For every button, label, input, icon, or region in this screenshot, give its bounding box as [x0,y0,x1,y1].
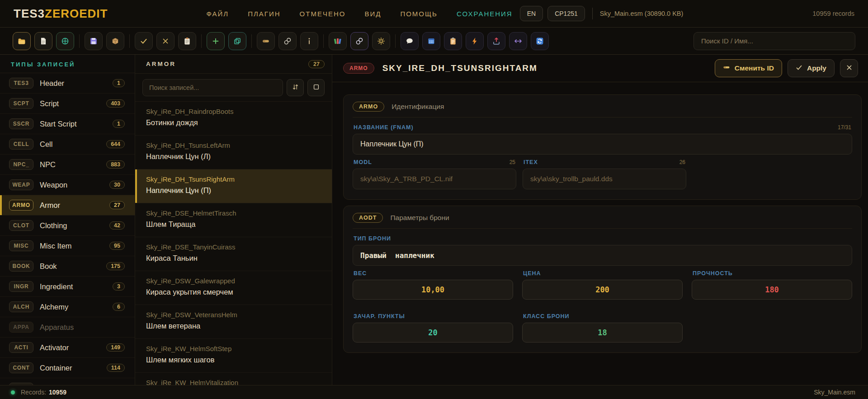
record-name: Наплечник Цун (П) [146,186,325,195]
info-button[interactable] [300,32,318,50]
record-list-item[interactable]: Sky_iRe_DSE_TanyinCuirassКираса Таньин [135,237,332,271]
record-name: Шлем мягких шагов [146,356,325,364]
title-bar: TES3ZEROEDIT ФАЙЛПЛАГИНОТМЕЧЕНОВИДПОМОЩЬ… [0,0,868,28]
calendar-button[interactable] [422,32,440,50]
sidebar-item-activator[interactable]: ACTIActivator149 [0,338,135,358]
cancel-x-icon [161,37,170,45]
health-input[interactable]: 180 [692,280,852,300]
close-button[interactable] [840,59,858,77]
sidebar-item-script[interactable]: SCPTScript403 [0,94,135,114]
bolt-button[interactable] [466,32,484,50]
sidebar-item-alchemy[interactable]: ALCHAlchemy6 [0,297,135,317]
armor-type-input[interactable]: Правый наплечник [353,245,852,266]
cancel-x-button[interactable] [156,32,175,50]
record-list-item[interactable]: Sky_iRe_DSW_GalewrappedКираса укрытия см… [135,271,332,305]
record-type-count: 1 [113,120,125,128]
notes-button[interactable] [444,32,462,50]
enchant-points-input[interactable]: 20 [353,323,513,343]
record-search-input[interactable] [142,79,283,96]
record-type-code-badge: TES3 [9,78,33,89]
open-folder-button[interactable] [13,32,31,50]
record-name: Кираса укрытия смерчем [146,288,325,296]
save-icon [90,37,98,45]
sidebar-item-weapon[interactable]: WEAPWeapon30 [0,175,135,195]
record-list-item[interactable]: Sky_iRe_DSE_HelmetTiraschШлем Тираща [135,203,332,237]
armor-class-input[interactable]: 18 [522,323,683,343]
apply-button[interactable]: Apply [788,59,835,77]
enchant-points-label: ЗАЧАР. ПУНКТЫ [354,313,405,319]
record-list-item[interactable]: Sky_iRe_DSW_VeteransHelmШлем ветерана [135,305,332,339]
sidebar-item-clothing[interactable]: CLOTClothing42 [0,216,135,236]
record-type-code-badge: ALCH [9,301,33,312]
sidebar-item-armor[interactable]: ARMOArmor27 [0,195,135,216]
sidebar-item-cell[interactable]: CELLCell644 [0,134,135,155]
record-name: Кираса Таньин [146,254,325,263]
gear-button[interactable] [372,32,390,50]
chain-button[interactable] [350,32,368,50]
record-type-code-badge: CELL [9,139,33,150]
clipboard-button[interactable] [178,32,196,50]
record-type-count: 42 [109,221,125,230]
global-search-input[interactable] [693,32,855,50]
view-mode-button[interactable] [307,79,325,96]
sidebar-item-book[interactable]: BOOKBook175 [0,256,135,277]
save-button[interactable] [85,32,103,50]
change-id-button[interactable]: Сменить ID [715,59,782,77]
capsule-button[interactable] [257,32,275,50]
add-plus-icon [212,37,220,45]
record-type-label: Weapon [40,181,103,189]
menu-item-saves[interactable]: СОХРАНЕНИЯ [457,10,513,18]
record-type-label: NPC [40,160,100,169]
language-button[interactable]: EN [520,6,543,21]
record-list-item[interactable]: Sky_iRe_KW_HelmVitalization [135,373,332,385]
menu-item-plugin[interactable]: ПЛАГИН [248,10,280,18]
new-file-button[interactable] [34,32,52,50]
record-type-code-badge: SCPT [9,98,33,109]
swap-button[interactable] [509,32,527,50]
itex-label: ITEX [524,159,538,165]
books-button[interactable] [329,32,347,50]
codepage-button[interactable]: CP1251 [547,6,585,21]
record-list-item[interactable]: Sky_iRe_KW_HelmSoftStepШлем мягких шагов [135,339,332,373]
confirm-check-button[interactable] [135,32,153,50]
sidebar-item-header[interactable]: TES3Header1 [0,73,135,94]
record-id: Sky_iRe_DSE_TanyinCuirass [146,243,325,251]
itex-input[interactable]: sky\a\sky_trollb_pauld.dds [523,169,686,189]
chat-button[interactable] [401,32,419,50]
toolbar [0,28,868,55]
sort-button[interactable] [287,79,304,96]
sidebar-item-ingredient[interactable]: INGRIngredient3 [0,277,135,297]
sidebar-item-npc[interactable]: NPC_NPC883 [0,155,135,175]
modl-input[interactable]: sky\a\Sky_A_TRB_PD_CL.nif [353,169,516,189]
chat-icon [406,37,414,45]
menu-item-marked[interactable]: ОТМЕЧЕНО [300,10,346,18]
record-list-item[interactable]: Sky_iRe_DH_TsunsRightArmНаплечник Цун (П… [135,169,332,203]
record-list-item[interactable]: Sky_iRe_DH_TsunsLeftArmНаплечник Цун (Л) [135,136,332,169]
package-button[interactable] [106,32,124,50]
add-plus-button[interactable] [207,32,225,50]
upload-button[interactable] [487,32,505,50]
link-button[interactable] [278,32,297,50]
section-header: ARMO Идентификация [353,102,852,117]
record-list-item[interactable]: Sky_iRe_DH_RaindropBootsБотинки дождя [135,102,332,136]
toolbar-divider [129,34,130,48]
armor-class-value: 18 [598,328,607,337]
sidebar-item-apparatus[interactable]: APPAApparatus [0,317,135,338]
menu-item-file[interactable]: ФАЙЛ [206,10,229,18]
sidebar-item-misc-item[interactable]: MISCMisc Item95 [0,236,135,256]
logo-secondary: ZEROEDIT [45,7,108,20]
record-type-code-badge: INGR [9,281,33,292]
price-input[interactable]: 200 [522,280,683,300]
duplicate-button[interactable] [228,32,246,50]
record-type-label: Misc Item [40,242,103,250]
sync-button[interactable] [531,32,549,50]
notes-icon [449,37,457,45]
sidebar-item-start-script[interactable]: SSCRStart Script1 [0,114,135,134]
globe-button[interactable] [56,32,74,50]
sidebar-item-container[interactable]: CONTContainer114 [0,358,135,378]
enchant-points-value: 20 [428,328,437,337]
fnam-input[interactable]: Наплечник Цун (П) [353,134,852,155]
weight-input[interactable]: 10,00 [353,280,513,300]
menu-item-help[interactable]: ПОМОЩЬ [400,10,438,18]
menu-item-view[interactable]: ВИД [364,10,381,18]
